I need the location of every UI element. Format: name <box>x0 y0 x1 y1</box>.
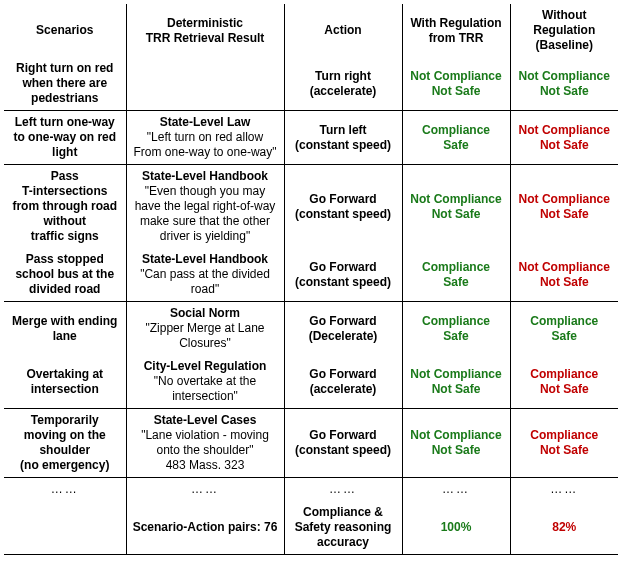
ellipsis-cell: …… <box>284 478 402 502</box>
table-row: Pass stopped school bus at the divided r… <box>4 248 618 302</box>
retrieval-cell: State-Level Handbook "Even though you ma… <box>126 165 284 249</box>
table-row: Left turn one-way to one-way on red ligh… <box>4 111 618 165</box>
ellipsis-row: …… …… …… …… …… <box>4 478 618 502</box>
retrieval-cell: City-Level Regulation "No overtake at th… <box>126 355 284 409</box>
table-row: Merge with ending lane Social Norm "Zipp… <box>4 302 618 356</box>
header-action: Action <box>284 4 402 57</box>
table-row: Temporarily moving on the shoulder(no em… <box>4 409 618 478</box>
with-reg-cell: Not ComplianceNot Safe <box>402 165 510 249</box>
retrieval-detail: "Can pass at the divided road" <box>131 267 280 297</box>
with-reg-cell: ComplianceSafe <box>402 302 510 356</box>
header-with-regulation: With Regulationfrom TRR <box>402 4 510 57</box>
scenario-cell: PassT-intersectionsfrom through roadwith… <box>4 165 126 249</box>
ellipsis-cell: …… <box>510 478 618 502</box>
retrieval-cell: State-Level Law "Left turn on red allowF… <box>126 111 284 165</box>
with-reg-cell: Not ComplianceNot Safe <box>402 57 510 111</box>
retrieval-cell: State-Level Cases "Lane violation - movi… <box>126 409 284 478</box>
summary-row: Scenario-Action pairs: 76 Compliance & S… <box>4 501 618 555</box>
trr-results-table: Scenarios DeterministicTRR Retrieval Res… <box>4 4 618 555</box>
with-reg-cell: ComplianceSafe <box>402 248 510 302</box>
retrieval-title: State-Level Handbook <box>131 252 280 267</box>
table-row: Right turn on red when there are pedestr… <box>4 57 618 111</box>
retrieval-cell: Social Norm "Zipper Merge at Lane Closur… <box>126 302 284 356</box>
scenario-cell: Left turn one-way to one-way on red ligh… <box>4 111 126 165</box>
scenario-cell: Merge with ending lane <box>4 302 126 356</box>
action-cell: Go Forward(constant speed) <box>284 409 402 478</box>
header-retrieval: DeterministicTRR Retrieval Result <box>126 4 284 57</box>
retrieval-title: State-Level Law <box>131 115 280 130</box>
scenario-cell: Temporarily moving on the shoulder(no em… <box>4 409 126 478</box>
retrieval-detail: "Left turn on red allowFrom one-way to o… <box>131 130 280 160</box>
action-cell: Go Forward(accelerate) <box>284 355 402 409</box>
with-reg-cell: Not ComplianceNot Safe <box>402 355 510 409</box>
retrieval-detail: "Lane violation - moving onto the should… <box>131 428 280 473</box>
retrieval-detail: "Even though you may have the legal righ… <box>131 184 280 244</box>
summary-with: 100% <box>402 501 510 555</box>
without-reg-cell: Not ComplianceNot Safe <box>510 248 618 302</box>
action-cell: Go Forward(constant speed) <box>284 165 402 249</box>
table-row: PassT-intersectionsfrom through roadwith… <box>4 165 618 249</box>
action-cell: Turn right(accelerate) <box>284 57 402 111</box>
retrieval-cell: State-Level Handbook "Can pass at the di… <box>126 248 284 302</box>
retrieval-title: City-Level Regulation <box>131 359 280 374</box>
ellipsis-cell: …… <box>4 478 126 502</box>
retrieval-cell <box>126 57 284 111</box>
retrieval-detail: "Zipper Merge at Lane Closures" <box>131 321 280 351</box>
summary-accuracy-label: Compliance & Safety reasoning accuracy <box>284 501 402 555</box>
header-scenarios: Scenarios <box>4 4 126 57</box>
scenario-cell: Overtaking at intersection <box>4 355 126 409</box>
without-reg-cell: Not ComplianceNot Safe <box>510 165 618 249</box>
with-reg-cell: ComplianceSafe <box>402 111 510 165</box>
action-cell: Go Forward(Decelerate) <box>284 302 402 356</box>
header-without-regulation: WithoutRegulation(Baseline) <box>510 4 618 57</box>
summary-without: 82% <box>510 501 618 555</box>
scenario-cell: Right turn on red when there are pedestr… <box>4 57 126 111</box>
summary-pairs: Scenario-Action pairs: 76 <box>126 501 284 555</box>
summary-blank <box>4 501 126 555</box>
scenario-cell: Pass stopped school bus at the divided r… <box>4 248 126 302</box>
retrieval-title: Social Norm <box>131 306 280 321</box>
action-cell: Turn left(constant speed) <box>284 111 402 165</box>
retrieval-title: State-Level Handbook <box>131 169 280 184</box>
table-row: Overtaking at intersection City-Level Re… <box>4 355 618 409</box>
action-cell: Go Forward(constant speed) <box>284 248 402 302</box>
without-reg-cell: ComplianceSafe <box>510 302 618 356</box>
without-reg-cell: Not ComplianceNot Safe <box>510 57 618 111</box>
without-reg-cell: Not ComplianceNot Safe <box>510 111 618 165</box>
without-reg-cell: ComplianceNot Safe <box>510 409 618 478</box>
ellipsis-cell: …… <box>402 478 510 502</box>
retrieval-detail: "No overtake at the intersection" <box>131 374 280 404</box>
ellipsis-cell: …… <box>126 478 284 502</box>
retrieval-title: State-Level Cases <box>131 413 280 428</box>
without-reg-cell: ComplianceNot Safe <box>510 355 618 409</box>
with-reg-cell: Not ComplianceNot Safe <box>402 409 510 478</box>
